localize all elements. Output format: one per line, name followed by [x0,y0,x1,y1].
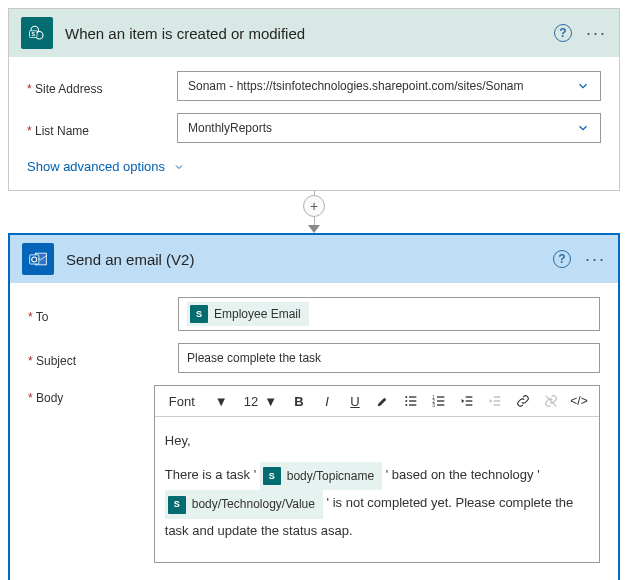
more-menu-icon[interactable]: ··· [586,24,607,42]
sharepoint-icon: S [21,17,53,49]
dynamic-token-technology-value[interactable]: S body/Technology/Value [165,490,323,519]
action-header[interactable]: Send an email (V2) ? ··· [10,235,618,283]
number-list-button[interactable]: 123 [427,390,451,412]
svg-rect-22 [494,396,501,397]
list-name-value: MonthlyReports [188,121,272,135]
site-address-label: * Site Address [27,76,177,96]
chevron-down-icon [173,161,185,173]
svg-point-7 [405,396,407,398]
font-picker[interactable]: Font▼ [163,392,234,411]
svg-rect-21 [466,404,473,405]
svg-point-9 [405,400,407,402]
action-title: Send an email (V2) [66,251,541,268]
font-size-picker[interactable]: 12▼ [238,392,283,411]
trigger-title: When an item is created or modified [65,25,542,42]
unlink-button[interactable] [539,390,563,412]
subject-value: Please complete the task [187,351,321,365]
help-icon[interactable]: ? [553,250,571,268]
svg-rect-16 [437,400,444,401]
svg-rect-20 [466,400,473,401]
bullet-list-button[interactable] [399,390,423,412]
trigger-header[interactable]: S When an item is created or modified ? … [9,9,619,57]
svg-rect-24 [494,404,501,405]
to-input[interactable]: S Employee Email [178,297,600,331]
outlook-icon [22,243,54,275]
svg-rect-8 [409,396,416,397]
action-card: Send an email (V2) ? ··· * To S Employee… [8,233,620,580]
show-advanced-options-link[interactable]: Show advanced options [27,159,185,174]
svg-rect-23 [494,400,501,401]
code-view-button[interactable]: </> [567,390,591,412]
outdent-button[interactable] [455,390,479,412]
sharepoint-icon: S [190,305,208,323]
trigger-body: * Site Address Sonam - https://tsinfotec… [9,57,619,190]
svg-rect-19 [466,396,473,397]
to-label: * To [28,304,178,324]
svg-rect-14 [437,396,444,397]
body-greeting: Hey, [165,429,589,454]
sharepoint-icon: S [263,467,281,485]
chevron-down-icon [576,121,590,135]
dynamic-token-topicname[interactable]: S body/Topicname [260,462,382,491]
arrow-down-icon [308,225,320,233]
italic-button[interactable]: I [315,390,339,412]
action-body: * To S Employee Email * Subject Please c… [10,283,618,580]
svg-rect-5 [30,255,39,264]
subject-input[interactable]: Please complete the task [178,343,600,373]
svg-text:S: S [31,31,35,37]
highlight-button[interactable] [371,390,395,412]
sharepoint-icon: S [168,496,186,514]
flow-connector: + [8,191,620,233]
svg-rect-12 [409,404,416,405]
indent-button[interactable] [483,390,507,412]
svg-text:3: 3 [432,403,435,408]
body-input[interactable]: Hey, There is a task ' S body/Topicname … [155,417,599,562]
list-name-label: * List Name [27,118,177,138]
subject-label: * Subject [28,348,178,368]
more-menu-icon[interactable]: ··· [585,250,606,268]
rte-toolbar: Font▼ 12▼ B I U [155,386,599,417]
link-button[interactable] [511,390,535,412]
body-rte: Font▼ 12▼ B I U [154,385,600,563]
help-icon[interactable]: ? [554,24,572,42]
svg-rect-10 [409,400,416,401]
add-step-button[interactable]: + [303,195,325,217]
dynamic-token-employee-email[interactable]: S Employee Email [187,302,309,326]
underline-button[interactable]: U [343,390,367,412]
trigger-card: S When an item is created or modified ? … [8,8,620,191]
site-address-dropdown[interactable]: Sonam - https://tsinfotechnologies.share… [177,71,601,101]
site-address-value: Sonam - https://tsinfotechnologies.share… [188,79,524,93]
chevron-down-icon [576,79,590,93]
svg-rect-18 [437,404,444,405]
bold-button[interactable]: B [287,390,311,412]
body-label: * Body [28,385,154,405]
list-name-dropdown[interactable]: MonthlyReports [177,113,601,143]
svg-point-11 [405,404,407,406]
